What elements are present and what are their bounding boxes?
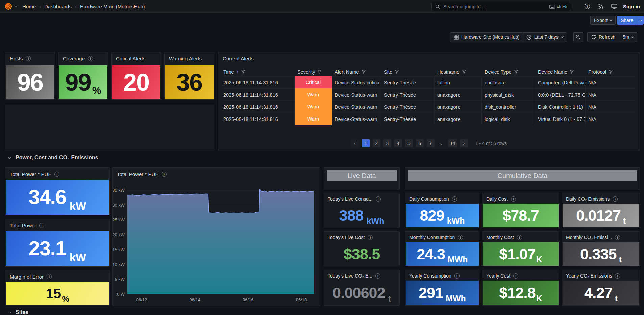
column-header-hostname[interactable]: Hostname: [435, 67, 482, 76]
cell-alert-name: Device-Status-critica: [332, 76, 381, 88]
info-icon[interactable]: [47, 274, 52, 279]
cell-hostname: anaxagore: [435, 88, 482, 101]
info-icon[interactable]: [615, 235, 620, 240]
column-header-device-name[interactable]: Device Name: [535, 67, 586, 76]
time-range-picker[interactable]: Last 7 days: [523, 32, 567, 42]
help-icon[interactable]: ?: [584, 3, 591, 10]
panel-title: Critical Alerts: [116, 56, 146, 61]
info-icon[interactable]: [368, 235, 373, 240]
panel-daily-consumption: Daily Consumption 829kWh: [405, 193, 479, 228]
chevron-down-icon: [610, 19, 612, 21]
yearly-co2-value: 4.27t: [563, 281, 639, 305]
panel-daily-cost: Daily Cost $78.7: [482, 193, 559, 228]
cell-time: 2025-06-18 11:14:31.816: [223, 101, 295, 113]
monthly-cost-value: $1.07K: [483, 242, 559, 266]
column-header-site[interactable]: Site: [381, 67, 435, 76]
column-header-device-type[interactable]: Device Type: [482, 67, 535, 76]
pagination-page-button[interactable]: 7: [427, 139, 435, 147]
grafana-dashboard: Home › Dashboards › Hardware Main (Metri…: [0, 0, 644, 315]
zoom-out-button[interactable]: [573, 32, 583, 42]
power-chart-svg[interactable]: 0 W5 kW10 kW15 kW20 kW25 kW30 kW35 kW06/…: [113, 178, 320, 305]
info-icon[interactable]: [454, 273, 460, 279]
info-icon[interactable]: [39, 223, 44, 228]
info-icon[interactable]: [375, 273, 380, 279]
pagination-prev-button[interactable]: ‹: [351, 139, 359, 147]
svg-text:06/14: 06/14: [189, 297, 200, 303]
search-input[interactable]: [443, 4, 547, 10]
panel-hosts: Hosts 96: [5, 52, 55, 100]
section-power-header[interactable]: Power, Cost and CO₂ Emissions: [9, 155, 98, 161]
svg-text:06/12: 06/12: [136, 297, 147, 303]
info-icon[interactable]: [54, 172, 59, 177]
info-icon[interactable]: [613, 196, 618, 202]
refresh-interval-select[interactable]: 5m: [619, 33, 637, 42]
info-icon[interactable]: [162, 172, 167, 177]
filter-icon[interactable]: [514, 70, 518, 74]
nav-icon-group: ?: [584, 0, 618, 13]
info-icon[interactable]: [517, 235, 522, 240]
filter-icon[interactable]: [241, 70, 245, 74]
search-shortcut: ctrl+k: [549, 4, 567, 9]
kiosk-monitor-icon[interactable]: [611, 3, 618, 10]
filter-icon[interactable]: [462, 70, 466, 74]
info-icon[interactable]: [511, 196, 516, 202]
filter-icon[interactable]: [317, 70, 322, 74]
filter-icon[interactable]: [395, 70, 399, 74]
column-header-alert-name[interactable]: Alert Name: [332, 67, 381, 76]
panel-total-power-stat: Total Power 23.1kW: [5, 219, 110, 267]
panel-monthly-co2: Monthly CO₂ Emissi... 0.335t: [562, 231, 640, 266]
breadcrumb-dashboards[interactable]: Dashboards: [44, 4, 72, 9]
svg-text:10 kW: 10 kW: [113, 262, 125, 267]
table-row: 2025-06-18 11:14:31.816 Warn Device-Stat…: [223, 88, 635, 101]
info-icon[interactable]: [88, 56, 93, 61]
panel-title: Monthly Cost: [486, 235, 514, 240]
panel-title: Yearly Consumption: [409, 273, 451, 279]
sort-ascending-icon[interactable]: ↑: [237, 69, 239, 74]
pagination-page-button[interactable]: 3: [383, 139, 391, 147]
live-cost-value: $38.5: [324, 242, 399, 266]
column-header-protocol[interactable]: Protocol: [586, 67, 635, 76]
info-icon[interactable]: [376, 196, 381, 202]
info-icon[interactable]: [513, 273, 518, 279]
filter-icon[interactable]: [609, 70, 613, 74]
refresh-button[interactable]: Refresh: [588, 33, 619, 42]
share-menu-button[interactable]: [637, 16, 644, 25]
panel-live-cost: Today's Live Cost $38.5: [324, 231, 400, 266]
total-power-pue-value: 34.6kW: [6, 180, 109, 215]
daily-consumption-value: 829kWh: [406, 204, 479, 227]
filter-icon[interactable]: [362, 70, 366, 74]
pagination-page-button[interactable]: 1: [362, 139, 370, 147]
pagination-page-button[interactable]: 4: [394, 139, 402, 147]
svg-text:06/18: 06/18: [296, 297, 307, 303]
grafana-logo[interactable]: [4, 2, 13, 10]
panel-daily-co2: Daily CO₂ Emissions 0.0127t: [562, 193, 640, 228]
cell-protocol: N/A: [586, 88, 635, 101]
info-icon[interactable]: [452, 196, 457, 202]
pagination-page-button[interactable]: 2: [373, 139, 380, 147]
news-rss-icon[interactable]: [597, 3, 604, 10]
sign-in-button[interactable]: Sign in: [623, 0, 640, 13]
column-header-time[interactable]: Time ↑: [223, 67, 295, 76]
info-icon[interactable]: [458, 235, 463, 240]
breadcrumb-separator: ›: [39, 4, 41, 9]
export-button[interactable]: Export: [590, 16, 616, 25]
pagination-page-button[interactable]: 14: [448, 139, 457, 147]
cumulative-data-header: Cumulative Data: [408, 170, 637, 181]
org-switcher-chevron-icon[interactable]: [15, 4, 17, 7]
filter-icon[interactable]: [570, 70, 574, 74]
cell-device-type: enclosure: [482, 76, 535, 88]
panel-title: Today's Live Cost: [328, 235, 365, 240]
breadcrumb-home[interactable]: Home: [22, 4, 36, 9]
column-header-severity[interactable]: Severity: [295, 67, 332, 76]
share-button[interactable]: Share: [617, 16, 637, 25]
margin-of-error-value: 15%: [6, 282, 109, 305]
info-icon[interactable]: [615, 273, 620, 279]
table-row: 2025-06-18 11:14:31.816 Warn Device-Stat…: [223, 113, 635, 125]
search-box[interactable]: ctrl+k: [431, 2, 571, 11]
pagination-next-button[interactable]: ›: [460, 139, 468, 147]
pagination-page-button[interactable]: 5: [405, 139, 413, 147]
site-variable-button[interactable]: Hardware Site (MetricsHub): [450, 32, 523, 42]
section-sites-header[interactable]: Sites: [9, 309, 28, 315]
pagination-page-button[interactable]: 6: [416, 139, 424, 147]
info-icon[interactable]: [26, 56, 31, 61]
